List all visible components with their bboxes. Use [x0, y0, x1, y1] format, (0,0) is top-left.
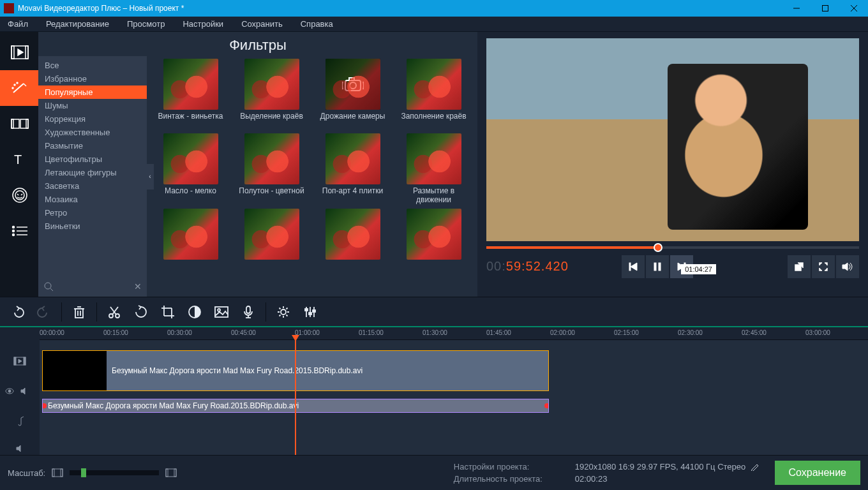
filter-thumb[interactable] — [234, 209, 309, 279]
filter-thumb[interactable]: Масло - мелко — [153, 133, 228, 205]
picture-button[interactable] — [209, 300, 234, 324]
tab-stickers[interactable] — [0, 177, 38, 213]
filter-thumb[interactable]: Размытие в движении — [396, 133, 471, 205]
svg-rect-62 — [305, 309, 308, 311]
svg-rect-74 — [52, 469, 54, 477]
svg-line-27 — [50, 288, 53, 291]
filter-thumb[interactable] — [315, 209, 390, 279]
menu-edit[interactable]: Редактирование — [43, 18, 112, 30]
svg-rect-66 — [14, 357, 16, 365]
delete-button[interactable] — [67, 300, 91, 324]
filter-thumb[interactable]: Поп-арт 4 плитки — [315, 133, 390, 205]
detach-preview-button[interactable] — [788, 255, 811, 278]
rotate-button[interactable] — [129, 300, 153, 324]
category-item[interactable]: Шумы — [38, 99, 147, 112]
timeline-ruler[interactable]: 00:00:0000:15:0000:30:0000:45:0001:00:00… — [0, 326, 868, 340]
eye-icon — [5, 388, 14, 394]
cut-button[interactable] — [102, 300, 126, 324]
svg-rect-1 — [822, 6, 828, 11]
collapse-handle[interactable]: ‹ — [147, 164, 154, 189]
category-item[interactable]: Мозаика — [38, 193, 147, 206]
menu-settings[interactable]: Настройки — [180, 18, 226, 30]
zoom-out-icon[interactable] — [52, 468, 63, 477]
filter-thumb[interactable]: Заполнение краёв — [396, 59, 471, 130]
preview-screen[interactable] — [486, 38, 859, 241]
zoom-in-icon[interactable] — [165, 468, 177, 477]
settings-button[interactable] — [271, 300, 296, 324]
filter-label: Дрожание камеры — [320, 112, 385, 130]
undo-button[interactable] — [5, 300, 29, 324]
playhead[interactable] — [295, 340, 296, 455]
svg-marker-72 — [17, 445, 20, 452]
video-track-header[interactable] — [0, 340, 40, 382]
minimize-button[interactable] — [782, 0, 811, 17]
maximize-button[interactable] — [811, 0, 839, 17]
tab-filters[interactable] — [0, 70, 38, 106]
ruler-tick: 02:30:00 — [678, 329, 703, 336]
filter-thumb[interactable]: Винтаж - виньетка — [153, 59, 228, 130]
track-area[interactable]: Безумный Макс Дорога ярости Mad Max Fury… — [40, 340, 868, 455]
menu-file[interactable]: Файл — [5, 18, 31, 30]
filter-label: Масло - мелко — [165, 186, 216, 204]
tab-titles[interactable]: T — [0, 142, 38, 177]
color-button[interactable] — [183, 300, 207, 324]
tab-transitions[interactable] — [0, 106, 38, 142]
music-track-header[interactable] — [0, 400, 40, 442]
filter-thumb[interactable] — [153, 209, 228, 279]
scrub-knob[interactable] — [654, 243, 662, 252]
filters-title: Фильтры — [38, 32, 477, 56]
tab-media[interactable] — [0, 34, 38, 70]
category-item[interactable]: Коррекция — [38, 112, 147, 126]
category-item[interactable]: Цветофильтры — [38, 152, 147, 166]
tab-more[interactable] — [0, 213, 38, 249]
crop-button[interactable] — [156, 300, 180, 324]
ruler-tick: 01:15:00 — [359, 329, 384, 336]
svg-rect-77 — [166, 469, 168, 477]
filter-thumb[interactable] — [396, 209, 471, 279]
mic-button[interactable] — [236, 300, 260, 324]
save-button[interactable]: Сохранение — [775, 461, 860, 485]
volume-button[interactable] — [836, 255, 859, 278]
zoom-slider[interactable] — [70, 470, 159, 475]
svg-point-54 — [218, 309, 220, 311]
pencil-icon[interactable] — [751, 462, 760, 471]
svg-rect-15 — [11, 119, 13, 128]
category-item[interactable]: Популярные — [38, 85, 147, 99]
svg-rect-5 — [11, 46, 14, 59]
title-bar: Movavi Видеоредактор Плюс – Новый проект… — [0, 0, 868, 17]
menu-view[interactable]: Просмотр — [124, 18, 167, 30]
fullscreen-button[interactable] — [812, 255, 835, 278]
equalizer-button[interactable] — [298, 300, 322, 324]
svg-rect-32 — [629, 263, 631, 271]
video-clip-label: Безумный Макс Дорога ярости Mad Max Fury… — [112, 366, 363, 375]
svg-rect-75 — [61, 469, 63, 477]
category-item[interactable]: Художественные — [38, 126, 147, 139]
menu-help[interactable]: Справка — [298, 18, 336, 30]
category-item[interactable]: Засветка — [38, 179, 147, 193]
menu-save[interactable]: Сохранить — [239, 18, 285, 30]
scrub-tooltip: 01:04:27 — [681, 264, 716, 274]
clear-search-icon[interactable]: ✕ — [134, 281, 142, 292]
filter-thumb[interactable]: Выделение краёв — [234, 59, 309, 130]
close-button[interactable] — [839, 0, 868, 17]
ruler-tick: 01:30:00 — [423, 329, 447, 336]
extra-track-header[interactable] — [0, 442, 40, 455]
svg-point-24 — [13, 234, 15, 236]
filter-thumb[interactable]: Полутон - цветной — [234, 133, 309, 205]
category-item[interactable]: Ретро — [38, 206, 147, 219]
prev-frame-button[interactable] — [622, 255, 645, 278]
svg-marker-68 — [19, 359, 22, 363]
scrub-bar[interactable] — [486, 246, 859, 249]
audio-track-header[interactable] — [0, 382, 40, 400]
search-bar[interactable]: ✕ — [38, 276, 147, 297]
category-item[interactable]: Виньетки — [38, 219, 147, 233]
category-item[interactable]: Летающие фигуры — [38, 166, 147, 179]
svg-rect-55 — [246, 306, 250, 313]
filter-thumb[interactable]: Дрожание камеры — [315, 59, 390, 130]
category-item[interactable]: Все — [38, 59, 147, 72]
category-item[interactable]: Размытие — [38, 139, 147, 152]
redo-button[interactable] — [32, 300, 56, 324]
category-item[interactable]: Избранное — [38, 72, 147, 85]
pause-button[interactable] — [646, 255, 669, 278]
ruler-tick: 02:15:00 — [614, 329, 639, 336]
